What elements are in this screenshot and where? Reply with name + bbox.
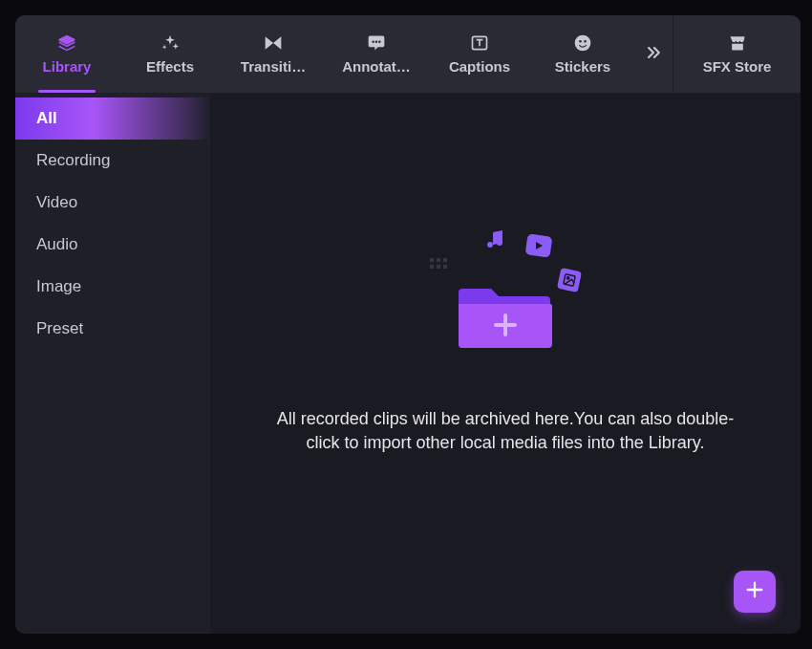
tab-library[interactable]: Library xyxy=(15,15,118,93)
plus-icon xyxy=(744,579,765,604)
sidebar-item-video[interactable]: Video xyxy=(15,182,210,224)
svg-point-2 xyxy=(579,40,582,43)
music-note-icon xyxy=(484,227,507,254)
folder-icon xyxy=(458,277,553,354)
tab-effects[interactable]: Effects xyxy=(118,15,222,93)
sidebar-item-image[interactable]: Image xyxy=(15,266,210,308)
top-tabs: Library Effects Transiti… Annotat… Capti xyxy=(15,15,801,94)
library-sidebar: All Recording Video Audio Image Preset xyxy=(15,94,210,634)
grip-dots-icon xyxy=(430,258,449,273)
tab-label: Library xyxy=(43,58,92,75)
panel-body: All Recording Video Audio Image Preset xyxy=(15,94,801,634)
add-media-button[interactable] xyxy=(734,571,776,613)
sidebar-item-label: Recording xyxy=(36,151,111,170)
sidebar-item-label: Video xyxy=(36,193,77,212)
sidebar-item-recording[interactable]: Recording xyxy=(15,140,210,182)
library-icon xyxy=(57,33,76,53)
empty-folder-illustration xyxy=(419,227,591,361)
tab-label: Effects xyxy=(146,58,194,75)
svg-point-5 xyxy=(566,277,569,280)
sidebar-item-label: All xyxy=(36,109,57,128)
tab-annotations[interactable]: Annotat… xyxy=(325,15,428,93)
sidebar-item-label: Preset xyxy=(36,319,83,338)
sidebar-item-all[interactable]: All xyxy=(15,97,210,140)
video-badge-icon xyxy=(525,233,553,257)
sidebar-item-audio[interactable]: Audio xyxy=(15,224,210,266)
transitions-icon xyxy=(264,33,283,53)
tab-label: Annotat… xyxy=(342,58,411,75)
effects-icon xyxy=(160,33,180,53)
svg-point-1 xyxy=(575,35,591,52)
captions-icon xyxy=(470,33,489,53)
image-badge-icon xyxy=(557,268,582,292)
stickers-icon xyxy=(573,33,592,53)
annotations-icon xyxy=(367,33,386,53)
tabs-overflow-button[interactable] xyxy=(634,15,673,93)
tab-captions[interactable]: Captions xyxy=(428,15,531,93)
tab-sfx-store[interactable]: SFX Store xyxy=(673,15,801,93)
empty-state-text: All recorded clips will be archived here… xyxy=(276,407,735,455)
tab-label: Transiti… xyxy=(241,58,306,75)
tab-label: SFX Store xyxy=(703,58,772,75)
media-panel: Library Effects Transiti… Annotat… Capti xyxy=(15,15,801,634)
sidebar-item-label: Audio xyxy=(36,235,77,254)
sidebar-item-label: Image xyxy=(36,277,81,296)
tab-transitions[interactable]: Transiti… xyxy=(222,15,325,93)
tab-label: Captions xyxy=(449,58,510,75)
sidebar-item-preset[interactable]: Preset xyxy=(15,308,210,350)
store-icon xyxy=(728,33,747,53)
svg-point-3 xyxy=(584,40,587,43)
chevron-double-right-icon xyxy=(644,43,663,66)
library-main[interactable]: All recorded clips will be archived here… xyxy=(210,94,801,634)
tab-stickers[interactable]: Stickers xyxy=(531,15,634,93)
tab-label: Stickers xyxy=(555,58,610,75)
